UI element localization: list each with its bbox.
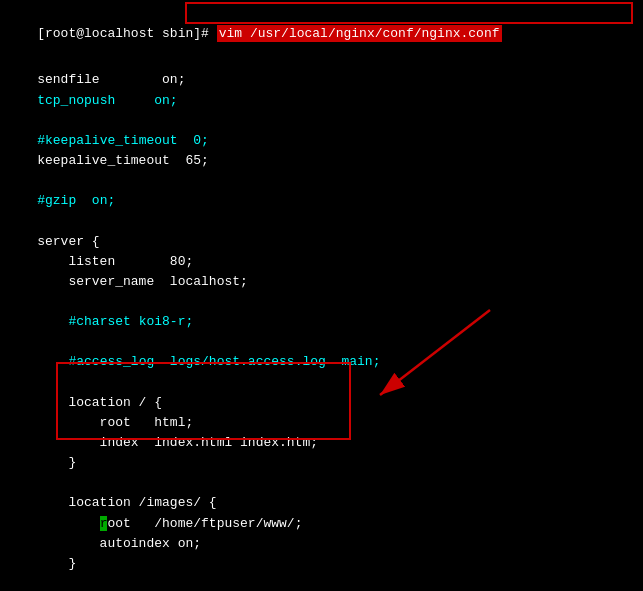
svg-line-1 — [380, 310, 490, 395]
location-images-highlight-box — [56, 362, 351, 440]
line-keepalive: keepalive_timeout 65; — [6, 151, 637, 171]
line-listen: listen 80; — [6, 252, 637, 272]
line-blank8 — [6, 574, 637, 591]
arrow-pointer — [330, 300, 530, 420]
line-location-root-close: } — [6, 453, 637, 473]
line-location-images-close: } — [6, 554, 637, 574]
line-blank4 — [6, 292, 637, 312]
command-highlight-box — [185, 2, 633, 24]
line-root-images: root /home/ftpuser/www/; — [6, 514, 637, 534]
line-sendfile: sendfile on; — [6, 70, 637, 90]
line-gzip: #gzip on; — [6, 191, 637, 211]
line-autoindex: autoindex on; — [6, 534, 637, 554]
command-text: vim /usr/local/nginx/conf/nginx.conf — [217, 25, 502, 42]
line-blank2 — [6, 171, 637, 191]
line-location-images-open: location /images/ { — [6, 493, 637, 513]
terminal-window: [root@localhost sbin]# vim /usr/local/ng… — [0, 0, 643, 591]
line-blank5 — [6, 332, 637, 352]
line-blank7 — [6, 473, 637, 493]
line-tcp-nopush: tcp_nopush on; — [6, 91, 637, 111]
prompt-text: [root@localhost sbin]# — [37, 26, 209, 41]
line-server-name: server_name localhost; — [6, 272, 637, 292]
line-charset-comment: #charset koi8-r; — [6, 312, 637, 332]
line-server-open: server { — [6, 232, 637, 252]
line-blank3 — [6, 211, 637, 231]
line-blank1 — [6, 111, 637, 131]
line-keepalive-comment: #keepalive_timeout 0; — [6, 131, 637, 151]
